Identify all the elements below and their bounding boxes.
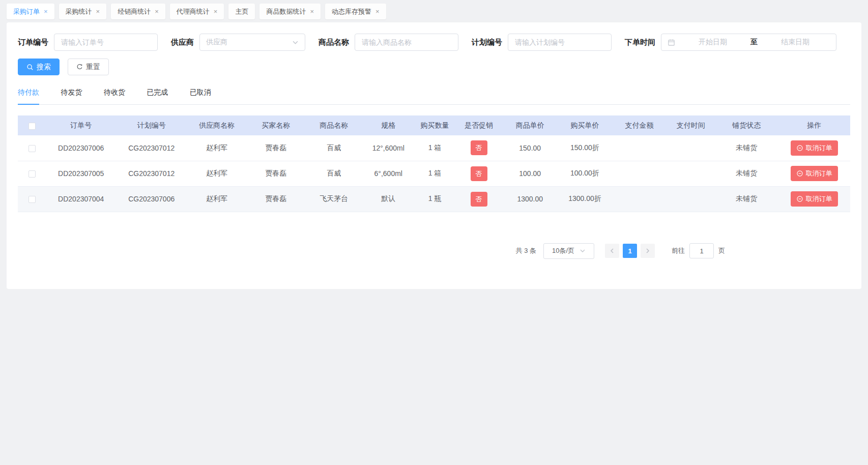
product-name-group: 商品名称 (319, 34, 458, 51)
cancel-order-button[interactable]: 取消订单 (791, 191, 838, 207)
page-size-select[interactable]: 10条/页 (543, 243, 594, 259)
cell-quantity: 1 瓶 (414, 186, 456, 212)
tag-home[interactable]: 主页 (228, 4, 255, 19)
tag-label: 采购订单 (13, 7, 40, 16)
cell-purchase-price: 100.00折 (558, 161, 612, 186)
form-actions: 搜索 重置 (18, 59, 850, 75)
close-icon[interactable]: × (155, 8, 159, 15)
close-icon[interactable]: × (96, 8, 100, 15)
plan-no-input[interactable] (508, 34, 612, 51)
tab-completed[interactable]: 已完成 (147, 88, 168, 104)
tag-label: 商品数据统计 (266, 7, 306, 16)
next-page-button[interactable] (641, 244, 655, 258)
search-button-label: 搜索 (37, 63, 51, 72)
product-name-label: 商品名称 (319, 38, 349, 47)
cell-product-name: 飞天茅台 (305, 186, 363, 212)
search-button[interactable]: 搜索 (18, 59, 60, 75)
col-pay-time: 支付时间 (667, 115, 715, 135)
supplier-select-placeholder: 供应商 (206, 38, 292, 47)
tag-bar: 采购订单 × 采购统计 × 经销商统计 × 代理商统计 × 主页 商品数据统计 … (0, 0, 868, 22)
cell-spec: 12°,600ml (363, 135, 414, 161)
supplier-group: 供应商 供应商 (171, 34, 305, 51)
cell-buyer-name: 贾春磊 (247, 135, 305, 161)
goto-page-group: 前往 页 (672, 243, 725, 258)
tag-product-data-stats[interactable]: 商品数据统计 × (259, 4, 321, 19)
tab-pending-payment[interactable]: 待付款 (18, 88, 39, 104)
col-is-promo: 是否促销 (455, 115, 502, 135)
cell-order-no: DD202307005 (46, 161, 116, 186)
supplier-select[interactable]: 供应商 (199, 34, 305, 51)
close-icon[interactable]: × (310, 8, 314, 15)
cell-pay-amount (612, 186, 667, 212)
promo-badge: 否 (471, 166, 487, 181)
chevron-right-icon (645, 248, 651, 254)
tag-label: 主页 (235, 7, 248, 16)
prev-page-button[interactable] (605, 244, 619, 258)
row-checkbox[interactable] (28, 170, 36, 178)
calendar-icon (668, 39, 675, 46)
order-time-range-picker[interactable]: 开始日期 至 结束日期 (661, 34, 836, 51)
cell-spec: 默认 (363, 186, 414, 212)
tab-pending-shipment[interactable]: 待发货 (61, 88, 82, 104)
end-date-placeholder: 结束日期 (761, 38, 830, 47)
refresh-icon (76, 64, 83, 70)
tag-stock-warning[interactable]: 动态库存预警 × (325, 4, 386, 19)
row-checkbox[interactable] (28, 145, 36, 152)
cell-plan-no: CG202307012 (116, 161, 186, 186)
goto-page-input[interactable] (689, 243, 714, 258)
pagination: 共 3 条 10条/页 1 前往 页 (18, 243, 850, 259)
cancel-order-button[interactable]: 取消订单 (791, 166, 838, 181)
tag-label: 代理商统计 (177, 7, 210, 16)
order-no-input[interactable] (54, 34, 158, 51)
cell-unit-price: 1300.00 (502, 186, 558, 212)
tag-dealer-stats[interactable]: 经销商统计 × (111, 4, 165, 19)
col-product-name: 商品名称 (305, 115, 363, 135)
remove-circle-icon (796, 195, 803, 202)
col-stock-status: 铺货状态 (715, 115, 778, 135)
col-plan-no: 计划编号 (116, 115, 186, 135)
cell-buyer-name: 贾春磊 (247, 186, 305, 212)
cell-pay-time (667, 186, 715, 212)
cancel-order-button[interactable]: 取消订单 (791, 140, 838, 156)
promo-badge: 否 (471, 140, 487, 155)
plan-no-group: 计划编号 (472, 34, 612, 51)
cell-supplier-name: 赵利军 (187, 186, 247, 212)
tag-agent-stats[interactable]: 代理商统计 × (170, 4, 224, 19)
cell-order-no: DD202307004 (46, 186, 116, 212)
table-row: DD202307006 CG202307012 赵利军 贾春磊 百威 12°,6… (18, 135, 850, 161)
select-all-checkbox[interactable] (28, 123, 36, 130)
reset-button[interactable]: 重置 (68, 59, 109, 75)
cancel-order-label: 取消订单 (806, 169, 832, 178)
col-spec: 规格 (363, 115, 414, 135)
tag-purchase-stats[interactable]: 采购统计 × (59, 4, 107, 19)
col-supplier-name: 供应商名称 (187, 115, 247, 135)
search-icon (26, 64, 34, 71)
col-actions: 操作 (778, 115, 850, 135)
tag-purchase-orders[interactable]: 采购订单 × (7, 4, 54, 19)
cell-stock-status: 未铺货 (715, 135, 778, 161)
cell-unit-price: 100.00 (502, 161, 558, 186)
cell-supplier-name: 赵利军 (187, 135, 247, 161)
status-tabs: 待付款 待发货 待收货 已完成 已取消 (18, 88, 850, 105)
chevron-down-icon (292, 39, 299, 46)
start-date-placeholder: 开始日期 (678, 38, 747, 47)
cancel-order-label: 取消订单 (806, 143, 832, 153)
col-purchase-price: 购买单价 (558, 115, 612, 135)
close-icon[interactable]: × (375, 8, 380, 15)
close-icon[interactable]: × (44, 8, 48, 15)
tag-label: 采购统计 (66, 7, 92, 16)
order-no-label: 订单编号 (18, 38, 48, 47)
search-form: 订单编号 供应商 供应商 商品名称 计划编号 下单时间 (18, 34, 850, 51)
row-checkbox[interactable] (28, 196, 36, 203)
page-unit-label: 页 (718, 246, 725, 255)
table-header-row: 订单号 计划编号 供应商名称 买家名称 商品名称 规格 购买数量 是否促销 商品… (18, 115, 850, 135)
close-icon[interactable]: × (214, 8, 218, 15)
product-name-input[interactable] (355, 34, 458, 51)
cell-unit-price: 150.00 (502, 135, 558, 161)
cell-pay-time (667, 161, 715, 186)
page-number-1[interactable]: 1 (623, 244, 637, 258)
tag-label: 经销商统计 (118, 7, 151, 16)
tab-cancelled[interactable]: 已取消 (190, 88, 211, 104)
order-no-group: 订单编号 (18, 34, 158, 51)
tab-pending-receipt[interactable]: 待收货 (104, 88, 125, 104)
